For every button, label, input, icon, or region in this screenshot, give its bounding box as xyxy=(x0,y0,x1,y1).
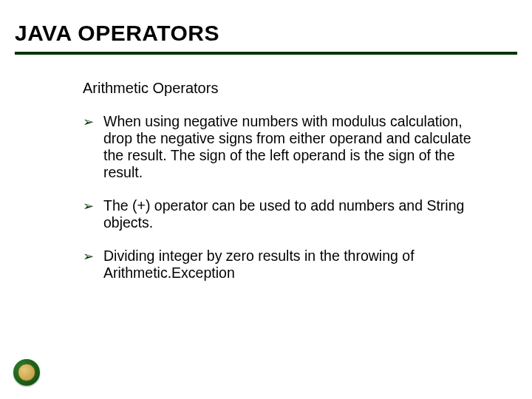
bullet-text: Dividing integer by zero results in the … xyxy=(103,248,415,281)
bullet-arrow-icon: ➢ xyxy=(83,199,94,214)
slide-title: JAVA OPERATORS xyxy=(15,21,517,46)
bullet-item: ➢ When using negative numbers with modul… xyxy=(83,113,480,181)
bullet-item: ➢ Dividing integer by zero results in th… xyxy=(83,248,480,282)
bullet-arrow-icon: ➢ xyxy=(83,249,94,265)
university-seal-logo xyxy=(13,359,40,386)
bullet-arrow-icon: ➢ xyxy=(83,115,94,130)
bullet-item: ➢ The (+) operator can be used to add nu… xyxy=(83,197,480,231)
bullet-text: The (+) operator can be used to add numb… xyxy=(103,197,464,231)
section-heading: Arithmetic Operators xyxy=(83,80,480,97)
content-area: Arithmetic Operators ➢ When using negati… xyxy=(0,55,532,282)
seal-inner-disc xyxy=(18,364,35,381)
seal-outer-ring xyxy=(13,359,40,386)
bullet-text: When using negative numbers with modulus… xyxy=(103,113,471,180)
